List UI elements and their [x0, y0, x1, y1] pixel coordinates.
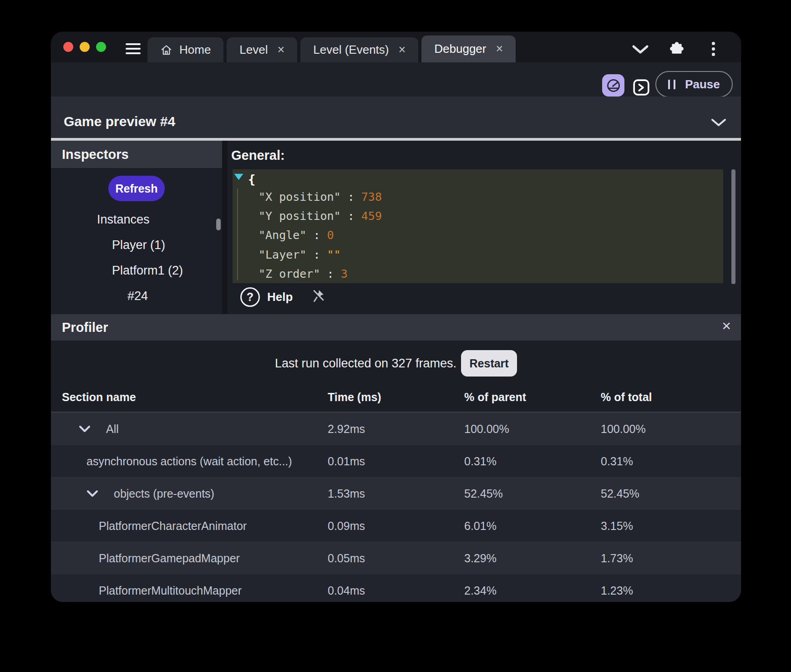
tab-bar: Home × Level ×: [51, 32, 741, 62]
tabbar-right-controls: [632, 32, 741, 62]
profiler-table-row[interactable]: asynchronous actions (wait action, etc..…: [51, 445, 741, 477]
json-colon: :: [341, 209, 361, 223]
collapse-triangle-icon[interactable]: [234, 173, 243, 182]
refresh-button[interactable]: Refresh: [108, 176, 165, 201]
json-key: "Y position": [259, 209, 341, 223]
json-property-row[interactable]: "Layer" : "": [259, 245, 719, 264]
profiler-table-row[interactable]: PlatformerGamepadMapper 0.05ms 3.29% 1.7…: [51, 542, 741, 574]
tab-label: Debugger: [434, 42, 486, 56]
chevron-down-icon[interactable]: [79, 425, 106, 433]
profiler-table-row[interactable]: PlatformerMultitouchMapper 0.04ms 2.34% …: [51, 574, 741, 602]
json-property-row[interactable]: "Angle" : 0: [259, 226, 719, 245]
json-colon: :: [306, 229, 327, 242]
inspector-tree-item[interactable]: Player (1): [51, 232, 222, 258]
column-header-percent-total: % of total: [601, 391, 741, 404]
section-percent-parent: 52.45%: [464, 487, 601, 500]
section-time: 0.04ms: [328, 584, 464, 597]
json-open-brace: {: [248, 172, 255, 186]
inspectors-tree: Instances Player (1) Platform1 (2) #24: [51, 207, 222, 309]
section-name: PlatformerMultitouchMapper: [99, 584, 242, 597]
game-preview-title: Game preview #4: [64, 114, 175, 129]
json-indent-guide: [237, 188, 238, 280]
section-percent-total: 1.23%: [601, 584, 741, 597]
help-label: Help: [267, 290, 293, 304]
section-percent-total: 100.00%: [601, 423, 741, 436]
json-property-row[interactable]: "X position" : 738: [259, 187, 719, 206]
section-percent-parent: 0.31%: [464, 455, 601, 468]
hamburger-menu-icon[interactable]: [126, 43, 141, 54]
general-panel: General: { "X position" : 738 "Y positio: [228, 141, 741, 314]
editor-tab[interactable]: Debugger ×: [421, 36, 516, 62]
column-header-section-name: Section name: [51, 391, 328, 404]
json-colon: :: [320, 267, 340, 280]
section-percent-parent: 2.34%: [464, 584, 601, 597]
json-property-row[interactable]: "Z order" : 3: [259, 265, 719, 284]
inspectors-body: Refresh Instances Player (1) Platform1 (…: [51, 168, 222, 314]
editor-tab[interactable]: Home ×: [147, 37, 223, 62]
panel-vertical-divider: [222, 141, 228, 314]
json-key: "X position": [259, 190, 341, 204]
tab-close-icon[interactable]: ×: [278, 44, 285, 56]
kebab-menu-icon[interactable]: [712, 42, 715, 56]
close-icon[interactable]: ×: [722, 318, 731, 333]
tab-label: Home: [179, 43, 211, 57]
section-name: objects (pre-events): [114, 487, 214, 500]
chevron-down-icon[interactable]: [632, 45, 649, 56]
pause-bars-icon: [668, 80, 675, 89]
pause-button[interactable]: Pause: [655, 71, 733, 97]
json-value: "": [327, 248, 341, 261]
profiler-table-row[interactable]: objects (pre-events) 1.53ms 52.45% 52.45…: [51, 477, 741, 509]
section-time: 0.01ms: [328, 455, 464, 468]
inspector-item-label: Instances: [97, 213, 150, 227]
json-key: "Angle": [259, 229, 306, 242]
tab-close-icon[interactable]: ×: [496, 43, 503, 55]
zoom-window-button[interactable]: [96, 42, 106, 52]
profiler-table-row[interactable]: All 2.92ms 100.00% 100.00%: [51, 412, 741, 445]
profiler-status-text: Last run collected on 327 frames.: [275, 356, 456, 371]
minimize-window-button[interactable]: [80, 42, 90, 52]
profiler-table-row[interactable]: PlatformerCharacterAnimator 0.09ms 6.01%…: [51, 509, 741, 542]
profiler-title: Profiler: [62, 320, 108, 335]
extensions-puzzle-icon[interactable]: [669, 41, 685, 58]
section-percent-parent: 3.29%: [464, 552, 601, 565]
inspectors-title: Inspectors: [62, 147, 129, 162]
section-name: PlatformerGamepadMapper: [99, 552, 240, 565]
help-row: ? Help: [240, 287, 325, 307]
editor-tab[interactable]: Level ×: [227, 37, 297, 62]
profiler-header: Profiler ×: [51, 314, 741, 341]
restart-button[interactable]: Restart: [461, 350, 517, 377]
app-window: Home × Level ×: [51, 32, 741, 602]
tab-close-icon[interactable]: ×: [398, 44, 406, 56]
section-percent-parent: 6.01%: [464, 519, 601, 533]
chevron-down-icon[interactable]: [711, 118, 726, 129]
inspector-tree-item[interactable]: Platform1 (2): [51, 258, 222, 283]
help-icon[interactable]: ?: [240, 287, 260, 307]
json-value: 3: [341, 267, 348, 280]
json-key: "Layer": [259, 248, 306, 261]
close-window-button[interactable]: [63, 42, 73, 52]
inspector-tree-item[interactable]: Instances: [51, 207, 222, 232]
chevron-down-icon[interactable]: [86, 490, 114, 498]
console-button[interactable]: [633, 79, 650, 96]
section-name: PlatformerCharacterAnimator: [99, 519, 247, 533]
section-percent-total: 1.73%: [601, 552, 741, 565]
editor-tab[interactable]: Level (Events) ×: [300, 37, 418, 62]
section-percent-total: 52.45%: [601, 487, 741, 500]
profiler-status-row: Last run collected on 327 frames. Restar…: [51, 350, 741, 377]
column-header-time: Time (ms): [328, 391, 464, 404]
json-colon: :: [341, 190, 361, 204]
general-scrollbar-thumb[interactable]: [731, 169, 735, 284]
json-inspector: { "X position" : 738 "Y position" : 459: [233, 169, 723, 283]
inspectors-scrollbar-thumb[interactable]: [216, 219, 221, 230]
section-time: 0.09ms: [328, 519, 464, 533]
pin-disabled-icon[interactable]: [311, 289, 325, 306]
profiler-table: Section name Time (ms) % of parent % of …: [51, 382, 741, 602]
profiler-table-header: Section name Time (ms) % of parent % of …: [51, 382, 741, 412]
json-property-row[interactable]: "Y position" : 459: [259, 206, 719, 225]
debugger-toolbar: Pause: [51, 62, 741, 97]
json-key: "Z order": [259, 267, 320, 280]
profiler-gauge-button[interactable]: [602, 74, 624, 97]
game-preview-header[interactable]: Game preview #4: [51, 97, 741, 138]
pause-button-label: Pause: [685, 77, 720, 92]
inspector-tree-item[interactable]: #24: [51, 283, 222, 309]
